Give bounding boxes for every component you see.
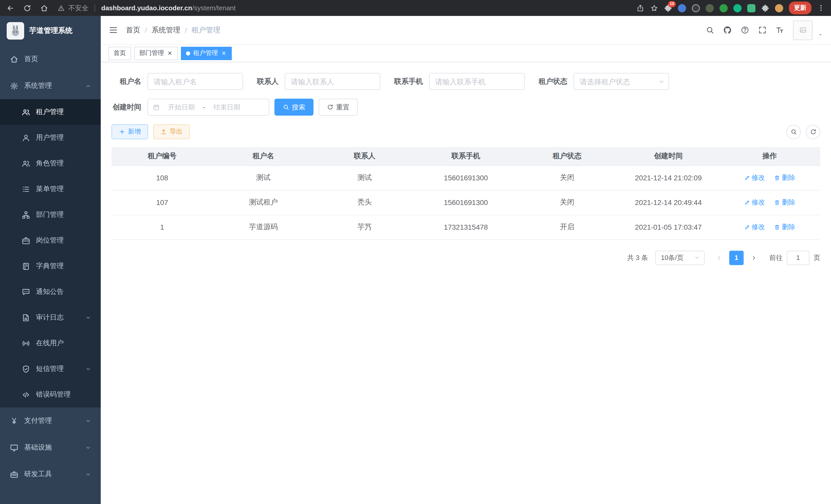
main-area: 首页 / 系统管理 / 租户管理 <box>101 16 831 504</box>
fullscreen-icon[interactable] <box>758 26 767 34</box>
start-date-input[interactable] <box>163 103 200 111</box>
chat-icon <box>22 288 30 296</box>
sidebar-item-post[interactable]: 岗位管理 <box>0 228 101 253</box>
contact-input[interactable] <box>285 73 380 90</box>
reset-button[interactable]: 重置 <box>319 99 358 116</box>
browser-home-icon[interactable] <box>40 4 48 12</box>
prev-page-button[interactable] <box>712 250 726 265</box>
profile-avatar-icon[interactable] <box>775 4 783 12</box>
sidebar: 芋道管理系统 首页 系统管理 租户管理 <box>0 16 101 504</box>
delete-label: 删除 <box>782 223 795 232</box>
sidebar-item-system[interactable]: 系统管理 <box>0 72 101 99</box>
toggle-search-button[interactable] <box>786 125 801 139</box>
breadcrumb-home[interactable]: 首页 <box>126 25 140 35</box>
extension-icon-1[interactable]: 10 <box>664 4 672 12</box>
tenant-name-input[interactable] <box>147 73 243 90</box>
shield-icon <box>22 364 30 373</box>
cell-created: 2021-01-05 17:03:47 <box>618 215 719 239</box>
font-size-icon[interactable] <box>775 26 784 34</box>
avatar[interactable] <box>793 20 812 40</box>
delete-label: 删除 <box>782 198 795 207</box>
next-page-button[interactable] <box>747 250 761 265</box>
help-icon[interactable] <box>741 26 749 34</box>
cell-tenant-name: 测试 <box>213 166 314 190</box>
tab-tenant[interactable]: 租户管理 <box>181 47 232 60</box>
browser-back-icon[interactable] <box>6 4 15 12</box>
sidebar-item-error-code[interactable]: 错误码管理 <box>0 382 101 407</box>
extension-icon-3[interactable] <box>692 4 700 12</box>
end-date-input[interactable] <box>208 103 246 111</box>
extension-icon-4[interactable] <box>706 4 714 12</box>
plus-icon <box>119 128 125 135</box>
delete-link[interactable]: 删除 <box>774 173 795 182</box>
address-bar[interactable]: 不安全 dashboard.yudao.iocoder.cn/system/te… <box>58 3 636 12</box>
sidebar-item-infra[interactable]: 基础设施 <box>0 434 101 461</box>
caret-down-icon[interactable] <box>818 32 823 37</box>
extension-icon-5[interactable] <box>719 4 728 12</box>
signal-icon <box>22 339 30 348</box>
col-actions: 操作 <box>719 147 820 166</box>
bookmark-star-icon[interactable] <box>650 4 658 12</box>
url-domain: dashboard.yudao.iocoder.cn <box>101 4 192 12</box>
github-icon[interactable] <box>723 26 732 34</box>
col-contact: 联系人 <box>314 147 415 166</box>
search-button[interactable]: 搜索 <box>275 99 314 116</box>
sidebar-item-online-user[interactable]: 在线用户 <box>0 330 101 356</box>
page-size-select[interactable]: 10条/页 <box>655 250 705 265</box>
browser-reload-icon[interactable] <box>23 4 31 12</box>
create-time-range-picker[interactable]: - <box>147 99 269 116</box>
sidebar-item-home[interactable]: 首页 <box>0 46 101 72</box>
browser-update-button[interactable]: 更新 <box>789 2 811 14</box>
refresh-icon <box>810 128 816 135</box>
chevron-down-icon <box>85 366 91 372</box>
page-1-button[interactable]: 1 <box>729 250 744 265</box>
chevron-down-icon <box>85 471 91 477</box>
sidebar-item-sms[interactable]: 短信管理 <box>0 356 101 382</box>
extension-icon-6[interactable] <box>733 4 742 12</box>
cell-tenant-id: 1 <box>112 215 213 239</box>
tab-close-icon[interactable] <box>221 50 227 56</box>
cell-actions: 修改 删除 <box>719 166 820 190</box>
browser-menu-icon[interactable] <box>817 4 825 12</box>
delete-link[interactable]: 删除 <box>774 198 795 207</box>
tab-home[interactable]: 首页 <box>109 47 131 60</box>
extension-icon-2[interactable] <box>678 4 686 12</box>
sidebar-item-devtools[interactable]: 研发工具 <box>0 461 101 487</box>
phone-input[interactable] <box>429 73 525 90</box>
edit-link[interactable]: 修改 <box>744 223 765 232</box>
extensions-menu-icon[interactable] <box>761 4 769 12</box>
sidebar-item-menu[interactable]: 菜单管理 <box>0 176 101 202</box>
tab-close-icon[interactable] <box>167 50 173 56</box>
breadcrumb-system[interactable]: 系统管理 <box>152 25 180 35</box>
search-icon[interactable] <box>706 26 714 34</box>
app-logo[interactable]: 芋道管理系统 <box>0 16 101 46</box>
delete-link[interactable]: 删除 <box>774 223 795 232</box>
sidebar-item-user[interactable]: 用户管理 <box>0 125 101 151</box>
goto-page-input[interactable] <box>787 250 809 265</box>
reset-button-label: 重置 <box>336 102 349 112</box>
sidebar-item-tenant[interactable]: 租户管理 <box>0 99 101 125</box>
share-icon[interactable] <box>636 4 644 12</box>
edit-link[interactable]: 修改 <box>744 198 765 207</box>
add-button[interactable]: 新增 <box>112 124 148 139</box>
export-button[interactable]: 导出 <box>153 124 190 139</box>
sidebar-item-notice[interactable]: 通知公告 <box>0 279 101 305</box>
sidebar-toggle-icon[interactable] <box>109 25 118 35</box>
status-select[interactable] <box>574 73 669 90</box>
tab-dept[interactable]: 部门管理 <box>134 47 178 60</box>
sidebar-item-dict[interactable]: 字典管理 <box>0 253 101 279</box>
sidebar-item-payment[interactable]: 支付管理 <box>0 407 101 434</box>
cell-status: 开启 <box>516 215 618 239</box>
delete-label: 删除 <box>782 173 795 182</box>
edit-link[interactable]: 修改 <box>744 173 765 182</box>
extension-badge: 10 <box>668 1 676 7</box>
sidebar-item-audit-log[interactable]: 审计日志 <box>0 305 101 330</box>
briefcase-icon <box>22 236 30 245</box>
status-select-input[interactable] <box>574 73 669 90</box>
extension-icon-7[interactable] <box>747 4 755 12</box>
screen: 不安全 dashboard.yudao.iocoder.cn/system/te… <box>0 0 831 504</box>
sidebar-item-dept[interactable]: 部门管理 <box>0 202 101 228</box>
sidebar-item-role[interactable]: 角色管理 <box>0 151 101 176</box>
refresh-table-button[interactable] <box>806 125 820 139</box>
tabs-bar: 首页 部门管理 租户管理 <box>101 45 831 62</box>
